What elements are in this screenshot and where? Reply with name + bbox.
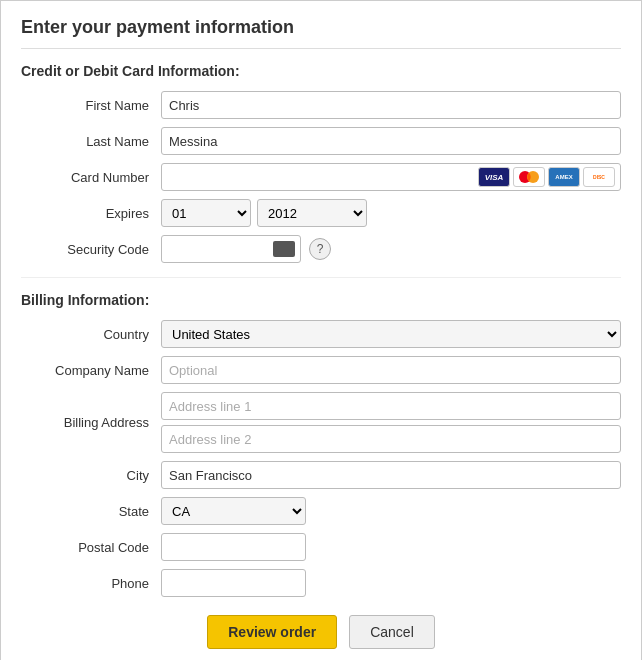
review-order-button[interactable]: Review order — [207, 615, 337, 649]
city-label: City — [21, 468, 161, 483]
security-code-field: ? — [161, 235, 621, 263]
phone-field — [161, 569, 621, 597]
state-label: State — [21, 504, 161, 519]
last-name-field — [161, 127, 621, 155]
expires-label: Expires — [21, 206, 161, 221]
expires-month-select[interactable]: 01 02 03 04 05 06 07 08 09 10 11 12 — [161, 199, 251, 227]
first-name-label: First Name — [21, 98, 161, 113]
amex-icon: AMEX — [548, 167, 580, 187]
country-field: United States Canada United Kingdom Aust… — [161, 320, 621, 348]
company-label: Company Name — [21, 363, 161, 378]
expires-selects: 01 02 03 04 05 06 07 08 09 10 11 12 — [161, 199, 621, 227]
postal-input[interactable] — [161, 533, 306, 561]
country-label: Country — [21, 327, 161, 342]
buttons-row: Review order Cancel — [21, 615, 621, 649]
security-card-icon — [273, 241, 295, 257]
security-help-button[interactable]: ? — [309, 238, 331, 260]
card-number-wrap: VISA AMEX DISC — [161, 163, 621, 191]
security-row: Security Code ? — [21, 235, 621, 263]
cancel-button[interactable]: Cancel — [349, 615, 435, 649]
expires-field: 01 02 03 04 05 06 07 08 09 10 11 12 — [161, 199, 621, 227]
company-field — [161, 356, 621, 384]
card-number-row: Card Number VISA AMEX — [21, 163, 621, 191]
last-name-row: Last Name — [21, 127, 621, 155]
page-title: Enter your payment information — [21, 17, 621, 49]
security-code-label: Security Code — [21, 242, 161, 257]
security-input-wrap — [161, 235, 301, 263]
state-select[interactable]: CA NY TX FL — [161, 497, 306, 525]
payment-form: Enter your payment information Credit or… — [0, 0, 642, 660]
card-number-field: VISA AMEX DISC — [161, 163, 621, 191]
card-number-label: Card Number — [21, 170, 161, 185]
card-icons: VISA AMEX DISC — [478, 167, 615, 187]
first-name-input[interactable] — [161, 91, 621, 119]
address-line2-input[interactable] — [161, 425, 621, 453]
billing-section-heading: Billing Information: — [21, 292, 621, 308]
billing-address-row: Billing Address — [21, 392, 621, 453]
company-row: Company Name — [21, 356, 621, 384]
phone-label: Phone — [21, 576, 161, 591]
expires-year-select[interactable]: 2010 2011 2012 2013 2014 2015 2016 2017 … — [257, 199, 367, 227]
first-name-field — [161, 91, 621, 119]
first-name-row: First Name — [21, 91, 621, 119]
last-name-input[interactable] — [161, 127, 621, 155]
card-section: Credit or Debit Card Information: First … — [21, 63, 621, 263]
discover-icon: DISC — [583, 167, 615, 187]
country-row: Country United States Canada United King… — [21, 320, 621, 348]
country-select[interactable]: United States Canada United Kingdom Aust… — [161, 320, 621, 348]
phone-input[interactable] — [161, 569, 306, 597]
mastercard-icon — [513, 167, 545, 187]
state-field: CA NY TX FL — [161, 497, 621, 525]
company-input[interactable] — [161, 356, 621, 384]
state-row: State CA NY TX FL — [21, 497, 621, 525]
billing-address-field — [161, 392, 621, 453]
card-section-heading: Credit or Debit Card Information: — [21, 63, 621, 79]
city-row: City — [21, 461, 621, 489]
address-line1-input[interactable] — [161, 392, 621, 420]
last-name-label: Last Name — [21, 134, 161, 149]
visa-icon: VISA — [478, 167, 510, 187]
city-field — [161, 461, 621, 489]
postal-row: Postal Code — [21, 533, 621, 561]
address-wrap — [161, 392, 621, 453]
city-input[interactable] — [161, 461, 621, 489]
phone-row: Phone — [21, 569, 621, 597]
billing-section: Billing Information: Country United Stat… — [21, 277, 621, 597]
postal-field — [161, 533, 621, 561]
expires-row: Expires 01 02 03 04 05 06 07 08 09 10 11 — [21, 199, 621, 227]
security-code-wrap: ? — [161, 235, 621, 263]
postal-label: Postal Code — [21, 540, 161, 555]
billing-address-label: Billing Address — [21, 415, 161, 430]
